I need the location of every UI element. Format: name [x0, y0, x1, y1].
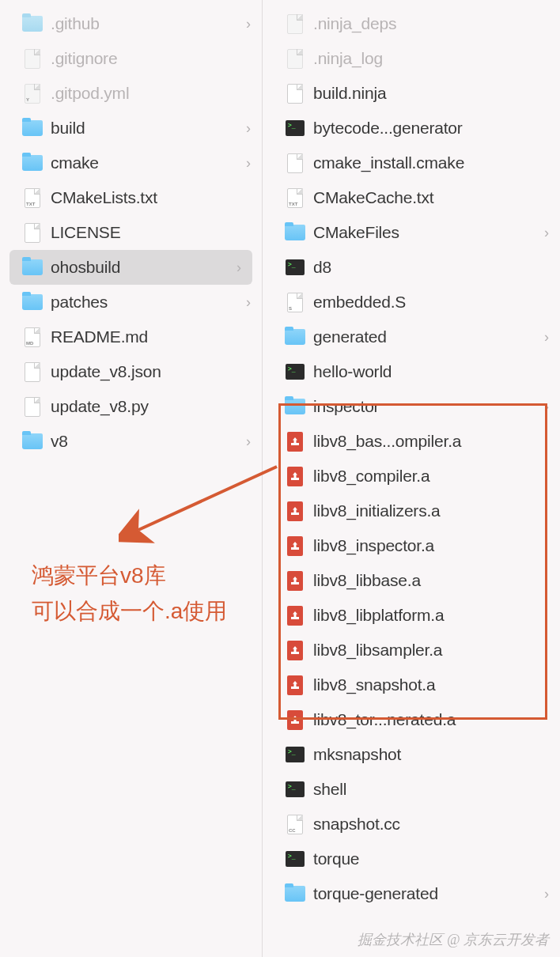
file-row[interactable]: shell	[263, 772, 560, 807]
file-row[interactable]: Y.gitpod.yml	[0, 76, 262, 111]
file-icon	[285, 83, 305, 104]
chevron-right-icon: ›	[246, 16, 251, 32]
folder-icon	[22, 257, 43, 278]
file-row[interactable]: inspector›	[263, 389, 560, 424]
file-row[interactable]: update_v8.py	[0, 389, 262, 424]
file-row[interactable]: MDREADME.md	[0, 320, 262, 354]
file-row[interactable]: build›	[0, 111, 262, 146]
file-row[interactable]: generated›	[263, 320, 560, 354]
file-row[interactable]: update_v8.json	[0, 354, 262, 389]
file-icon	[22, 48, 43, 69]
file-row[interactable]: patches›	[0, 285, 262, 320]
file-row[interactable]: torque-generated›	[263, 876, 560, 911]
archive-icon	[285, 709, 305, 730]
file-label: .ninja_log	[313, 49, 552, 68]
file-row[interactable]: libv8_initializers.a	[263, 494, 560, 528]
annotation-line-2: 可以合成一个.a使用	[32, 594, 227, 630]
folder-icon	[22, 118, 43, 138]
file-label: libv8_inspector.a	[313, 536, 552, 555]
file-row[interactable]: .github›	[0, 6, 262, 41]
file-row[interactable]: .ninja_deps	[263, 6, 560, 41]
file-row[interactable]: libv8_libbase.a	[263, 563, 560, 598]
file-label: build	[51, 119, 246, 138]
file-label: v8	[51, 432, 246, 451]
file-row[interactable]: TXTCMakeCache.txt	[263, 180, 560, 215]
file-icon	[285, 48, 305, 69]
file-icon: TXT	[285, 187, 305, 208]
file-row[interactable]: libv8_bas...ompiler.a	[263, 424, 560, 459]
chevron-right-icon: ›	[246, 155, 251, 172]
file-label: torque-generated	[313, 884, 544, 903]
file-label: CMakeCache.txt	[313, 188, 552, 207]
chevron-right-icon: ›	[544, 886, 549, 902]
file-label: .gitignore	[51, 49, 254, 68]
file-row[interactable]: libv8_snapshot.a	[263, 668, 560, 702]
folder-icon	[285, 222, 305, 243]
file-label: cmake	[51, 153, 246, 172]
file-row[interactable]: mksnapshot	[263, 737, 560, 772]
file-label: generated	[313, 327, 544, 346]
annotation-text: 鸿蒙平台v8库 可以合成一个.a使用	[32, 558, 227, 630]
file-row[interactable]: TXTCMakeLists.txt	[0, 180, 262, 215]
folder-icon	[22, 153, 43, 173]
file-row[interactable]: CCsnapshot.cc	[263, 807, 560, 842]
file-icon	[285, 153, 305, 173]
file-row[interactable]: CMakeFiles›	[263, 215, 560, 250]
file-row[interactable]: torque	[263, 842, 560, 876]
file-icon	[22, 222, 43, 243]
file-row[interactable]: libv8_compiler.a	[263, 459, 560, 494]
file-label: ohosbuild	[51, 258, 236, 277]
chevron-right-icon: ›	[246, 120, 251, 137]
file-row[interactable]: hello-world	[263, 354, 560, 389]
file-icon: S	[285, 292, 305, 312]
annotation-line-1: 鸿蒙平台v8库	[32, 558, 227, 594]
archive-icon	[285, 675, 305, 695]
file-label: libv8_compiler.a	[313, 467, 552, 486]
file-label: LICENSE	[51, 223, 254, 242]
file-row[interactable]: d8	[263, 250, 560, 285]
file-row[interactable]: .ninja_log	[263, 41, 560, 76]
file-label: .ninja_deps	[313, 14, 552, 33]
chevron-right-icon: ›	[544, 399, 549, 415]
file-icon: Y	[22, 83, 43, 104]
file-label: hello-world	[313, 362, 552, 381]
file-icon	[22, 396, 43, 417]
executable-icon	[285, 849, 305, 869]
file-label: libv8_snapshot.a	[313, 675, 552, 694]
file-row[interactable]: v8›	[0, 424, 262, 459]
file-label: libv8_initializers.a	[313, 501, 552, 520]
file-row[interactable]: .gitignore	[0, 41, 262, 76]
file-label: update_v8.json	[51, 362, 254, 381]
archive-icon	[285, 431, 305, 452]
file-label: libv8_tor...nerated.a	[313, 710, 552, 729]
chevron-right-icon: ›	[246, 294, 251, 311]
file-label: libv8_libsampler.a	[313, 641, 552, 660]
file-label: snapshot.cc	[313, 815, 552, 834]
file-row[interactable]: libv8_inspector.a	[263, 528, 560, 563]
folder-icon	[22, 13, 43, 34]
file-label: libv8_libbase.a	[313, 571, 552, 590]
file-row[interactable]: libv8_libsampler.a	[263, 633, 560, 668]
folder-icon	[285, 327, 305, 347]
file-label: .github	[51, 14, 246, 33]
file-label: cmake_install.cmake	[313, 153, 552, 172]
executable-icon	[285, 779, 305, 800]
file-label: CMakeFiles	[313, 223, 544, 242]
archive-icon	[285, 570, 305, 591]
file-row[interactable]: cmake_install.cmake	[263, 146, 560, 180]
chevron-right-icon: ›	[544, 329, 549, 346]
file-label: mksnapshot	[313, 745, 552, 764]
file-label: README.md	[51, 327, 254, 346]
left-column: .github›.gitignoreY.gitpod.ymlbuild›cmak…	[0, 0, 263, 957]
folder-icon	[22, 431, 43, 452]
right-column: .ninja_deps.ninja_logbuild.ninjabytecode…	[263, 0, 560, 957]
file-row[interactable]: libv8_tor...nerated.a	[263, 702, 560, 737]
chevron-right-icon: ›	[544, 225, 549, 241]
file-row[interactable]: ohosbuild›	[9, 250, 252, 285]
file-row[interactable]: libv8_libplatform.a	[263, 598, 560, 633]
file-row[interactable]: cmake›	[0, 146, 262, 180]
file-row[interactable]: Sembedded.S	[263, 285, 560, 320]
file-row[interactable]: LICENSE	[0, 215, 262, 250]
file-row[interactable]: bytecode...generator	[263, 111, 560, 146]
file-row[interactable]: build.ninja	[263, 76, 560, 111]
